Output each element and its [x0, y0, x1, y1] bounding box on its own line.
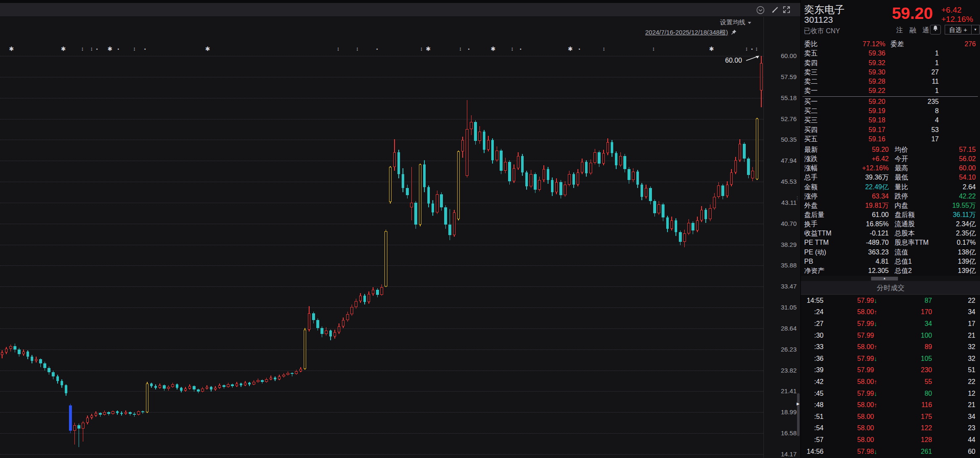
candle-body	[657, 204, 660, 213]
gridline	[0, 56, 763, 56]
bid-row[interactable]: 买三59.184	[801, 116, 980, 125]
tape-volume: 116	[879, 401, 932, 409]
ask-count: 11	[885, 77, 939, 86]
square-marker-icon[interactable]: ▪	[95, 47, 100, 51]
candle-body	[397, 152, 400, 174]
stat-row: PE TTM-489.70股息率TTM0.17%	[801, 238, 980, 247]
star-marker-icon[interactable]: ✱	[426, 45, 431, 52]
star-marker-icon[interactable]: ✱	[205, 45, 210, 52]
tape-price: 57.99	[824, 332, 879, 339]
add-watchlist-button[interactable]: 自选 +	[945, 25, 972, 34]
collapse-circle-icon[interactable]	[756, 5, 766, 15]
candle-body	[270, 378, 273, 379]
arrows-marker-icon[interactable]: ↕	[355, 45, 360, 52]
star-marker-icon[interactable]: ✱	[490, 45, 495, 52]
last-price: 59.20	[892, 4, 933, 23]
candle-body	[470, 122, 473, 129]
arrows-marker-icon[interactable]: ↕	[744, 45, 749, 52]
axis-separator	[763, 17, 764, 458]
pin-icon[interactable]	[731, 29, 737, 37]
tape-row: 14:5657.98↓26160	[801, 446, 980, 458]
gridline	[0, 182, 763, 182]
ask-row[interactable]: 卖四59.321	[801, 58, 980, 68]
arrows-marker-icon[interactable]: ↕	[80, 45, 85, 52]
stat-label: 最新	[804, 145, 840, 154]
star-marker-icon[interactable]: ✱	[9, 45, 14, 52]
stat-label: 总手	[804, 173, 840, 182]
ma-settings-button[interactable]: 设置均线	[720, 19, 751, 26]
bid-count: 53	[885, 125, 939, 135]
arrows-marker-icon[interactable]: ↕	[651, 45, 656, 52]
square-marker-icon[interactable]: ▪	[116, 47, 121, 51]
stat-label: 总值2	[895, 266, 912, 275]
arrows-marker-icon[interactable]: ↕	[89, 45, 94, 52]
tape-count: 32	[932, 343, 975, 351]
brush-icon[interactable]	[771, 5, 781, 15]
collapse-tab-button[interactable]: ▲	[871, 277, 898, 281]
star-marker-icon[interactable]: ✱	[568, 45, 573, 52]
axis-tick-label: 23.82	[766, 367, 797, 374]
candle-body	[474, 122, 477, 141]
candle-body	[248, 383, 251, 384]
watchlist-dropdown-caret[interactable]: ▼	[971, 25, 980, 34]
candle-body	[619, 156, 622, 166]
square-marker-icon[interactable]: ▪	[375, 47, 380, 51]
arrows-marker-icon[interactable]: ↕	[601, 45, 607, 52]
bid-level-label: 买一	[804, 97, 836, 106]
ask-row[interactable]: 卖五59.361	[801, 49, 980, 58]
star-marker-icon[interactable]: ✱	[709, 45, 714, 52]
tape-row: :3657.99↓10532	[801, 353, 980, 365]
square-marker-icon[interactable]: ▪	[466, 47, 471, 51]
tape-count: 22	[932, 378, 975, 386]
arrows-marker-icon[interactable]: ↕	[336, 45, 341, 52]
candle-body	[43, 363, 46, 368]
alert-bell-button[interactable]	[930, 25, 941, 34]
star-marker-icon[interactable]: ✱	[61, 45, 66, 52]
tape-volume: 105	[879, 355, 932, 363]
candle-body	[167, 387, 170, 389]
stat-value: 63.34	[840, 192, 889, 201]
down-arrow-icon: ↓	[874, 355, 879, 362]
arrows-marker-icon[interactable]: ↕	[458, 45, 463, 52]
fullscreen-icon[interactable]	[782, 5, 792, 15]
panel-collapse-arrow-icon[interactable]: ▶	[797, 402, 800, 406]
ask-row[interactable]: 卖三59.3027	[801, 68, 980, 77]
bid-row[interactable]: 买五59.1617	[801, 135, 980, 144]
tape-time: :48	[804, 401, 824, 409]
arrows-marker-icon[interactable]: ↕	[510, 45, 515, 52]
stat-row: PB4.81总值1139亿	[801, 257, 980, 266]
candle-body	[547, 169, 550, 180]
axis-tick-label: 40.70	[766, 220, 797, 227]
ask-row[interactable]: 卖二59.2811	[801, 77, 980, 86]
square-marker-icon[interactable]: ▪	[577, 47, 582, 51]
candle-body	[22, 352, 25, 354]
splitter-scrollbar-thumb[interactable]	[797, 393, 800, 436]
arrows-marker-icon[interactable]: ↕	[419, 45, 424, 52]
candle-body	[69, 405, 72, 431]
candle-body	[389, 167, 392, 202]
candle-body	[593, 152, 596, 163]
arrows-marker-icon[interactable]: ↕	[754, 45, 759, 52]
candle-body	[120, 413, 123, 414]
square-marker-icon[interactable]: ▪	[518, 47, 523, 51]
bid-row[interactable]: 买二59.198	[801, 106, 980, 116]
tape-time: :54	[804, 424, 824, 432]
ask-level-label: 卖三	[804, 68, 836, 77]
date-range-link[interactable]: 2024/7/16-2025/12/18(348根)	[645, 29, 728, 36]
ask-row[interactable]: 卖一59.221	[801, 86, 980, 95]
candle-body	[521, 156, 524, 172]
chart-pane: 60.0057.5955.1852.7650.3547.9445.5343.11…	[0, 0, 800, 458]
candle-wick	[411, 167, 412, 220]
candle-body	[201, 389, 204, 391]
gridline	[0, 224, 763, 224]
ask-price: 59.32	[836, 58, 885, 68]
bid-row[interactable]: 买一59.20235	[801, 97, 980, 106]
up-arrow-icon: ↑	[874, 378, 879, 385]
candle-body	[368, 294, 371, 302]
star-marker-icon[interactable]: ✱	[107, 45, 112, 52]
square-marker-icon[interactable]: ▪	[143, 47, 148, 51]
bid-row[interactable]: 买四59.1753	[801, 125, 980, 135]
arrows-marker-icon[interactable]: ↕	[132, 45, 137, 52]
price-change: +6.42	[941, 5, 973, 15]
price-change-block: +6.42 +12.16%	[941, 5, 973, 24]
